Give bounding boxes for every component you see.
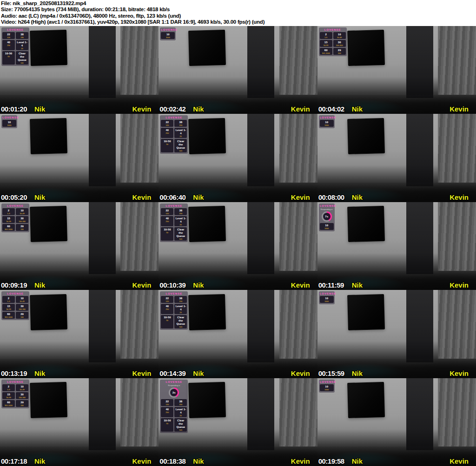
tip-button-tokens: 250	[165, 411, 169, 413]
video-thumbnail: LOVENSE21-91010-491550-9930100-30060301-…	[317, 26, 476, 114]
model-name-watermark-left: Nik	[193, 458, 204, 465]
model-name-watermark-left: Nik	[34, 458, 45, 465]
tip-button-tokens: 1000	[324, 388, 329, 391]
file-name-line: File: nik_sharp_202508131922.mp4	[1, 0, 476, 7]
tip-button-label: 30	[20, 305, 24, 308]
tip-button-label: 40	[165, 408, 169, 411]
tip-button-tokens: 120	[165, 403, 169, 406]
lovense-logo: LOVENSE	[2, 28, 28, 31]
tip-button-tokens: 301-1000	[322, 52, 330, 54]
tip-button-label: 38	[20, 33, 24, 36]
tip-button-tokens: 301-1000	[5, 404, 13, 407]
video-thumbnail: LOVENSE221203819040250Level 1-42510-5050…	[159, 290, 317, 378]
tip-button-tokens: 1000	[166, 36, 170, 39]
tip-button-tokens: 100	[338, 52, 341, 54]
tip-menu-buttons: 21-91010-491550-9930100-30060301-1000291…	[320, 32, 346, 55]
tip-button-label: 40	[165, 129, 169, 132]
tv-screen	[347, 118, 384, 154]
tip-menu-buttons: 221203819040250Level 1-42510-5050Clear t…	[2, 32, 28, 65]
tv-screen	[188, 294, 225, 330]
tip-button-label: Level 1-4	[16, 41, 28, 47]
tip-menu-overlay: LOVENSE221203819040250Level 1-42510-5050…	[1, 27, 29, 66]
tip-menu-buttons: 101000	[2, 120, 16, 127]
tip-button-label: 29	[20, 401, 24, 404]
curtain	[438, 202, 476, 271]
curtain	[120, 202, 159, 271]
tip-menu-button: 22120	[161, 208, 173, 215]
model-name-watermark-left: Nik	[34, 194, 45, 201]
model-name-watermark-left: Nik	[34, 282, 45, 289]
tv-screen	[30, 206, 67, 242]
tip-button-label: 38	[179, 400, 182, 403]
lovense-logo: LOVENSE	[320, 28, 346, 31]
tip-button-tokens: 1000	[324, 227, 329, 230]
tip-button-tokens: 1000	[7, 124, 12, 126]
tip-button-tokens: 101	[179, 238, 182, 240]
tip-button-tokens: 50-99	[6, 308, 11, 310]
tip-menu-buttons: 101000	[161, 32, 175, 39]
tip-menu-overlay: LOVENSE101000	[319, 380, 335, 393]
timestamp-overlay: 00:05:20	[1, 194, 27, 201]
tip-button-tokens: 101	[179, 150, 182, 152]
tip-menu-button: 38190	[174, 120, 187, 127]
wardrobe	[89, 378, 116, 450]
tip-button-label: 10	[20, 297, 24, 300]
tip-button-label: 38	[179, 297, 182, 300]
video-info-line: Video: h264 (High) (avc1 / 0x31637661), …	[1, 19, 476, 25]
wardrobe	[406, 26, 433, 98]
lovense-logo: LOVENSE	[161, 204, 187, 207]
timestamp-overlay: 00:06:40	[159, 194, 185, 201]
countdown-ring-wrap: 7s	[320, 211, 334, 222]
tip-button-tokens: 120	[7, 36, 10, 39]
tip-menu-overlay: LOVENSE221203819040250Level 1-42510-5050…	[160, 203, 188, 242]
wardrobe	[406, 114, 433, 186]
tip-button-label: Level 1-4	[175, 217, 186, 223]
tip-button-label: 29	[20, 313, 24, 316]
lovense-logo: LOVENSE	[320, 381, 334, 383]
model-name-watermark-right: Kevin	[132, 105, 151, 112]
lovense-logo: LOVENSE	[161, 116, 187, 119]
audio-info-line: Audio: aac (LC) (mp4a / 0x6134706D), 480…	[1, 13, 476, 19]
tip-button-label: 15	[324, 41, 328, 44]
tip-menu-button: 1550-99	[2, 392, 15, 399]
tip-button-tokens: 10-49	[337, 36, 342, 39]
tip-menu-button: 1550-99	[2, 304, 15, 311]
tip-button-tokens: 25	[180, 311, 182, 314]
tip-button-tokens: 190	[179, 300, 182, 302]
timestamp-overlay: 00:02:42	[159, 105, 185, 112]
wardrobe	[247, 202, 274, 274]
curtain	[120, 114, 159, 183]
tip-button-tokens: 50	[166, 143, 168, 145]
tip-button-tokens: 100-300	[19, 396, 26, 399]
lovense-logo: LOVENSE	[161, 381, 187, 383]
tip-button-tokens: 1000	[324, 124, 329, 126]
tip-button-tokens: 25	[21, 47, 23, 50]
video-thumbnail: LOVENSE21-91010-491550-9930100-30060301-…	[0, 290, 159, 378]
tip-menu-button: 101000	[2, 120, 16, 127]
tip-menu-button: 1010-49	[16, 384, 28, 391]
tip-menu-overlay: LOVENSE21-91010-491550-9930100-30060301-…	[1, 203, 29, 232]
tip-menu-button: 21-9	[2, 208, 15, 215]
tip-button-tokens: 50-99	[6, 396, 11, 399]
countdown-value: 2s	[170, 389, 178, 396]
curtain	[438, 378, 476, 447]
tip-menu-overlay: LOVENSE101000	[160, 27, 176, 40]
video-thumbnail: LOVENSE101000Nik00:15:59Kevin	[317, 290, 476, 378]
model-name-watermark-left: Nik	[193, 194, 204, 201]
video-thumbnail: LOVENSE101000Nik00:19:58Kevin	[317, 378, 476, 466]
tip-menu-button: Clear the Queue101	[174, 227, 187, 241]
tip-menu-button: 10-5050	[161, 139, 173, 152]
thumbnail-grid: LOVENSE221203819040250Level 1-42510-5050…	[0, 26, 476, 466]
timestamp-overlay: 00:10:39	[159, 282, 185, 289]
model-name-watermark-right: Kevin	[132, 370, 151, 377]
tip-menu-overlay: LOVENSE21-91010-491550-9930100-30060301-…	[1, 380, 29, 408]
tip-button-label: 10-50	[164, 419, 171, 422]
tip-menu-buttons: 101000	[320, 296, 334, 303]
tip-button-tokens: 101	[179, 326, 182, 328]
tip-menu-button: 1010-49	[16, 296, 28, 303]
tip-menu-button: 10-5050	[161, 315, 173, 328]
tip-button-tokens: 190	[20, 36, 24, 39]
responding-label: Responding in	[320, 208, 334, 210]
model-name-watermark-left: Nik	[352, 105, 363, 112]
tip-button-label: 22	[165, 209, 169, 212]
